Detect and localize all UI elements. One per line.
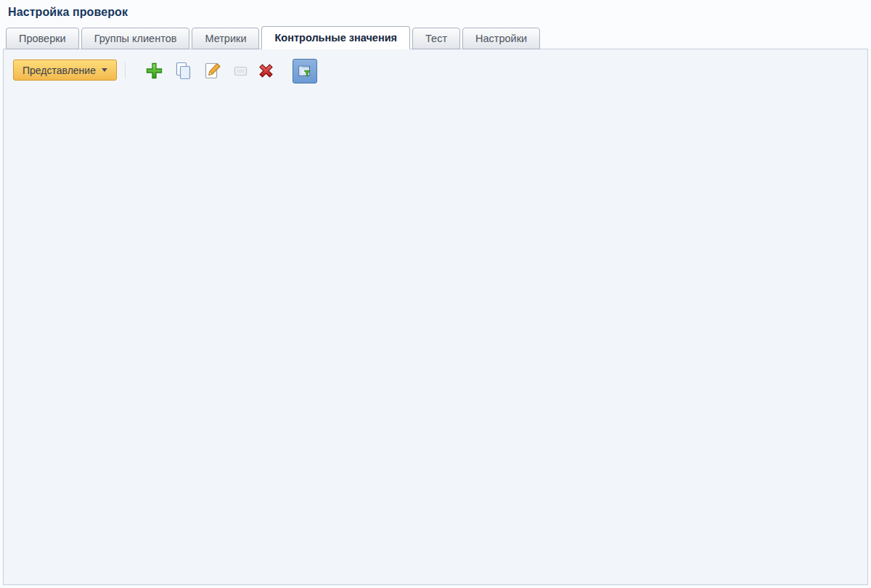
tab-client-groups[interactable]: Группы клиентов (81, 28, 190, 49)
delete-icon (256, 61, 276, 81)
content-panel (3, 49, 868, 585)
page-title: Настройка проверок (8, 6, 128, 19)
delete-button[interactable] (256, 61, 276, 81)
filter-view-toggle-button[interactable] (293, 59, 317, 83)
tab-metrics[interactable]: Метрики (192, 28, 259, 49)
toolbar-separator (125, 62, 126, 78)
edit-button[interactable] (203, 61, 222, 81)
add-button[interactable] (144, 61, 164, 81)
tab-bar: Проверки Группы клиентов Метрики Контрол… (3, 26, 868, 49)
tab-test[interactable]: Тест (412, 28, 460, 49)
edit-icon (203, 61, 222, 81)
copy-icon (173, 61, 193, 81)
filter-grid-icon (298, 62, 312, 81)
properties-icon (231, 61, 250, 81)
chevron-down-icon (102, 68, 107, 72)
view-dropdown-button[interactable]: Представление (13, 60, 117, 81)
tab-settings[interactable]: Настройки (462, 28, 540, 49)
toolbar: Представление (4, 49, 867, 84)
tab-checks[interactable]: Проверки (6, 28, 79, 49)
add-icon (144, 61, 164, 81)
tab-control-values[interactable]: Контрольные значения (261, 26, 410, 49)
properties-button (231, 61, 250, 81)
view-dropdown-label: Представление (23, 65, 96, 76)
copy-button[interactable] (173, 61, 193, 81)
